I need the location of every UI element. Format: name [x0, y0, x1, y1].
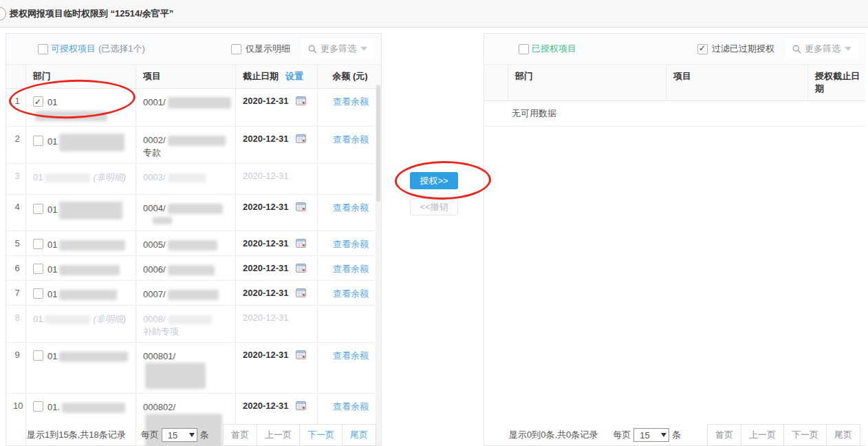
view-balance-link[interactable]: 查看余额: [333, 134, 369, 145]
select-all-checkbox[interactable]: [38, 44, 48, 54]
col-project: 项目: [135, 65, 235, 88]
calendar-icon[interactable]: [296, 263, 306, 273]
view-balance-link[interactable]: 查看余额: [333, 202, 369, 213]
row-checkbox[interactable]: [33, 136, 43, 146]
filter-expired-toggle[interactable]: 过滤已过期授权: [697, 43, 774, 55]
project-code: 0001/: [143, 97, 166, 107]
chevron-down-icon: [845, 47, 851, 51]
table-row: 801(非明细)0008/补助专项2020-12-31: [6, 306, 381, 343]
non-detail-note: (非明细): [93, 172, 126, 182]
per-page-select[interactable]: 15: [633, 428, 669, 442]
pager-button[interactable]: 上一页: [257, 424, 300, 446]
pager-button[interactable]: 上一页: [741, 424, 784, 446]
calendar-icon[interactable]: [296, 134, 306, 143]
deadline-date: 2020-12-31: [243, 401, 289, 411]
more-filters-dropdown[interactable]: 更多筛选: [785, 39, 858, 59]
row-checkbox[interactable]: [33, 350, 43, 361]
view-balance-link[interactable]: 查看余额: [333, 264, 369, 274]
project-code: 0003/: [143, 172, 166, 182]
pager-button[interactable]: 首页: [707, 424, 741, 446]
redacted-text: [59, 134, 124, 151]
calendar-icon[interactable]: [296, 350, 306, 359]
dept-text: 01: [47, 289, 57, 299]
non-detail-note: (非明细): [93, 314, 126, 324]
view-balance-link[interactable]: 查看余额: [333, 239, 369, 249]
pager-button[interactable]: 下一页: [299, 424, 343, 446]
view-balance-link[interactable]: 查看余额: [333, 401, 369, 412]
view-balance-link[interactable]: 查看余额: [333, 288, 369, 299]
balance-cell: 查看余额: [317, 89, 381, 126]
project-code: 000801/: [143, 351, 175, 361]
pager-button[interactable]: 尾页: [342, 424, 376, 446]
dept-text: 01: [47, 136, 57, 147]
scrollbar-thumb[interactable]: [376, 85, 380, 202]
row-index: 7: [6, 281, 25, 305]
dept-text: 01: [47, 240, 57, 250]
calendar-icon[interactable]: [296, 202, 306, 211]
calendar-icon[interactable]: [296, 238, 306, 248]
project-cell: 0005/: [135, 231, 235, 255]
redacted-text: [45, 173, 90, 182]
row-checkbox[interactable]: [33, 401, 43, 412]
chevron-down-icon: [360, 47, 367, 51]
deadline-cell: 2020-12-31: [235, 164, 317, 194]
empty-state: 无可用数据: [484, 101, 865, 127]
project-code: 000802/: [143, 402, 175, 412]
row-checkbox[interactable]: [33, 96, 43, 107]
revoke-button[interactable]: <<撤销: [410, 198, 458, 215]
help-icon: [0, 7, 6, 21]
deadline-date: 2020-12-31: [243, 134, 289, 144]
redacted-text: [168, 315, 212, 324]
project-code: 0004/: [143, 203, 166, 213]
calendar-icon[interactable]: [296, 96, 306, 105]
row-index: 4: [6, 195, 25, 231]
calendar-icon[interactable]: [296, 288, 306, 297]
pager-button[interactable]: 尾页: [826, 424, 860, 446]
only-detail-toggle[interactable]: 仅显示明细: [231, 43, 290, 55]
scrollbar[interactable]: [376, 85, 381, 445]
row-checkbox[interactable]: [33, 204, 43, 214]
deadline-date: 2020-12-31: [243, 171, 289, 181]
deadline-cell: 2020-12-31: [235, 343, 317, 393]
page: 授权网报项目临时权限到 “12514/余官平” 可授权项目 (已选择1个) 仅显…: [0, 0, 868, 446]
authorize-button[interactable]: 授权>>: [410, 172, 458, 189]
deadline-date: 2020-12-31: [243, 238, 289, 248]
dept-text: 01: [33, 172, 43, 182]
pager-button[interactable]: 下一页: [783, 424, 827, 446]
project-cell: 0006/: [135, 256, 235, 280]
only-detail-checkbox[interactable]: [231, 44, 241, 54]
authorized-select-all-checkbox[interactable]: [519, 44, 529, 54]
project-cell: 000801/: [135, 343, 235, 393]
per-page-select[interactable]: 15: [162, 428, 197, 442]
select-all-available[interactable]: 可授权项目 (已选择1个): [38, 43, 145, 55]
redacted-text: [35, 111, 107, 121]
available-panel-title: 可授权项目: [51, 43, 96, 55]
redacted-text: [168, 240, 217, 251]
dept-cell: 01: [25, 281, 135, 305]
col-project: 项目: [666, 65, 807, 100]
view-balance-link[interactable]: 查看余额: [333, 96, 369, 107]
dept-text: 01: [47, 97, 57, 107]
row-checkbox[interactable]: [33, 239, 43, 249]
dept-text: 01: [47, 351, 57, 361]
view-balance-link[interactable]: 查看余额: [333, 350, 369, 361]
table-row: 7010007/2020-12-31查看余额: [6, 281, 381, 306]
table-row: 301(非明细)0003/2020-12-31: [6, 164, 381, 195]
redacted-text: [168, 204, 223, 214]
pager: 首页上一页下一页尾页: [224, 424, 376, 446]
calendar-icon[interactable]: [296, 401, 306, 410]
row-checkbox[interactable]: [33, 264, 43, 274]
select-all-authorized[interactable]: 已授权项目: [519, 43, 576, 55]
dept-cell: 01: [25, 127, 135, 163]
redacted-text: [145, 363, 206, 389]
filter-expired-checkbox[interactable]: [697, 44, 708, 54]
col-dept: 部门: [25, 65, 135, 88]
available-table-body: 1010001/2020-12-31查看余额2010002/专款2020-12-…: [6, 89, 381, 446]
set-deadline-link[interactable]: 设置: [285, 71, 303, 81]
col-deadline: 截止日期设置: [235, 65, 317, 88]
more-filters-dropdown[interactable]: 更多筛选: [301, 39, 374, 59]
row-checkbox[interactable]: [33, 288, 43, 299]
pager-button[interactable]: 首页: [223, 424, 257, 446]
deadline-cell: 2020-12-31: [235, 195, 317, 231]
project-cell: 0007/: [135, 281, 235, 305]
